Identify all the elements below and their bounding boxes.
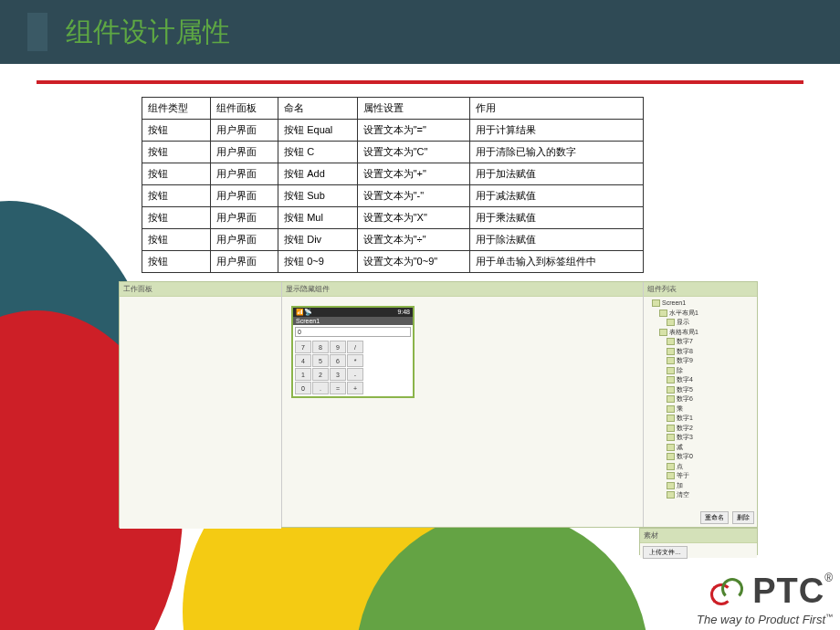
tree-node[interactable]: 数字8 [646,347,754,357]
assets-title: 素材 [640,529,757,543]
palette-panel: 工作面板 [120,282,282,527]
tree-node[interactable]: 除 [646,366,754,376]
tree-node[interactable]: 加 [646,481,754,491]
designer-label: 显示隐藏组件 [282,282,643,297]
slide-header: 组件设计属性 [0,0,840,64]
tree-node[interactable]: Screen1 [646,299,754,309]
calculator-key[interactable]: = [330,382,346,394]
table-cell: 设置文本为"C" [357,142,470,163]
title-marker [27,13,47,51]
calculator-key[interactable]: / [347,341,363,353]
table-cell: 设置文本为"0~9" [357,251,470,273]
tree-node-icon [667,415,675,422]
tree-node-icon [667,472,675,479]
calculator-key[interactable]: 6 [330,354,346,367]
tree-node[interactable]: 数字0 [646,452,754,462]
table-cell: 设置文本为"X" [357,207,470,229]
tree-node[interactable]: 数字1 [646,414,754,424]
tree-node[interactable]: 数字6 [646,394,754,404]
table-cell: 设置文本为"-" [357,185,470,207]
calculator-keypad: 789/456*123-0.=+ [293,339,413,396]
tree-node-icon [667,319,675,326]
tree-node-icon [659,310,667,317]
tree-node-label: 等于 [677,472,689,478]
delete-button[interactable]: 删除 [732,511,754,524]
tree-node-icon [667,348,675,355]
tree-node-label: 清空 [677,491,689,498]
tree-node-icon [667,386,675,394]
th-panel: 组件面板 [210,98,278,120]
tree-node[interactable]: 减 [646,443,754,453]
calculator-key[interactable]: 4 [295,354,311,367]
tree-node[interactable]: 数字5 [646,385,754,395]
tree-node[interactable]: 数字9 [646,356,754,366]
calculator-key[interactable]: 9 [330,341,346,353]
calculator-key[interactable]: + [347,382,363,394]
table-cell: 设置文本为"÷" [357,229,470,251]
table-cell: 按钮 0~9 [278,251,358,273]
tree-node[interactable]: 数字7 [646,337,754,347]
calculator-key[interactable]: . [312,382,329,394]
table-cell: 按钮 [142,229,211,251]
component-outline-panel: 组件列表 Screen1水平布局1显示表格布局1数字7数字8数字9除数字4数字5… [643,282,757,527]
table-cell: 按钮 Add [278,163,358,185]
th-role: 作用 [470,98,644,120]
tree-node[interactable]: 显示 [646,318,754,328]
tree-node-icon [667,434,675,441]
component-properties-table: 组件类型 组件面板 命名 属性设置 作用 按钮用户界面按钮 Equal设置文本为… [142,97,644,273]
tree-node-label: 数字6 [677,395,693,402]
tree-node-icon [667,463,675,470]
tree-node-icon [667,444,675,451]
tree-node-icon [667,453,675,460]
tree-node-label: 点 [677,463,683,469]
tree-node-icon [652,299,660,307]
tree-node-label: 表格布局1 [669,329,698,335]
table-cell: 用于清除已输入的数字 [470,142,644,163]
tree-node-icon [667,425,675,432]
table-cell: 设置文本为"+" [357,163,470,185]
calculator-key[interactable]: 3 [330,368,346,381]
calculator-key[interactable]: 1 [295,368,311,381]
tree-node-icon [667,491,675,499]
tree-node-label: 乘 [677,405,683,412]
calculator-key[interactable]: 5 [312,354,329,367]
table-cell: 按钮 Div [278,229,358,251]
calculator-key[interactable]: - [347,368,363,381]
calculator-key[interactable]: * [347,354,363,367]
status-signal-icon: 📶📡 [296,309,312,316]
tree-node[interactable]: 数字4 [646,375,754,385]
tree-node[interactable]: 数字2 [646,424,754,434]
tree-node-label: 水平布局1 [669,310,698,316]
tree-node-label: 数字7 [677,338,693,344]
tree-node[interactable]: 表格布局1 [646,328,754,338]
calculator-key[interactable]: 7 [295,341,311,353]
phone-preview: 📶📡 9:48 Screen1 0 789/456*123-0.=+ [291,306,415,398]
tree-node[interactable]: 水平布局1 [646,309,754,319]
palette-title: 工作面板 [120,282,281,297]
table-cell: 按钮 [142,120,211,142]
table-cell: 用于计算结果 [470,120,644,142]
rename-button[interactable]: 重命名 [700,511,729,524]
tree-node[interactable]: 等于 [646,471,754,481]
table-row: 按钮用户界面按钮 C设置文本为"C"用于清除已输入的数字 [142,142,644,163]
tree-node[interactable]: 点 [646,462,754,472]
tree-node-label: 数字3 [677,434,693,440]
ptc-swirl-icon [707,578,743,605]
slide-title: 组件设计属性 [66,14,230,51]
table-cell: 按钮 [142,185,211,207]
tree-node-icon [667,367,675,374]
tree-node-icon [667,395,675,403]
table-cell: 用户界面 [210,120,278,142]
tree-node-icon [667,482,675,489]
table-row: 按钮用户界面按钮 Sub设置文本为"-"用于减法赋值 [142,185,644,207]
tree-node[interactable]: 数字3 [646,433,754,443]
tree-node[interactable]: 清空 [646,490,754,500]
table-cell: 用户界面 [210,229,278,251]
tree-node-label: 加 [677,482,683,488]
calculator-key[interactable]: 0 [295,382,311,394]
tree-node[interactable]: 乘 [646,404,754,415]
calculator-key[interactable]: 2 [312,368,329,381]
upload-file-button[interactable]: 上传文件… [643,546,688,559]
calculator-key[interactable]: 8 [312,341,329,353]
tree-node-label: 数字0 [677,453,693,459]
